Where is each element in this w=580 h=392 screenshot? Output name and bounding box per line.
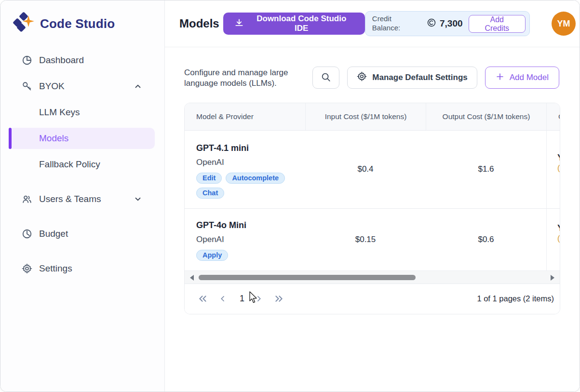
tag-pill[interactable]: Autocomplete (226, 173, 285, 184)
user-avatar[interactable]: YM (552, 12, 576, 36)
output-cost-cell: $0.6 (426, 209, 546, 270)
column-header-input-cost: Input Cost ($/1M tokens) (305, 103, 426, 130)
next-page-button[interactable] (252, 293, 265, 305)
search-button[interactable] (312, 67, 339, 89)
sidebar-item-settings[interactable]: Settings (9, 258, 155, 279)
current-page-number[interactable]: 1 (240, 294, 244, 304)
app-name: Code Studio (40, 16, 115, 31)
tag-pill[interactable]: Apply (196, 250, 228, 261)
sidebar-item-byok[interactable]: BYOK (9, 76, 155, 97)
models-table: Model & Provider Input Cost ($/1M tokens… (184, 103, 560, 314)
credit-balance-label: Credit Balance: (372, 14, 421, 33)
chevron-up-icon[interactable] (134, 82, 142, 91)
search-icon (321, 72, 331, 84)
active-indicator-bar (9, 128, 12, 149)
content-area: Configure and manage large language mode… (165, 47, 580, 314)
manage-default-settings-label: Manage Default Settings (372, 73, 467, 82)
add-model-label: Add Model (510, 73, 549, 82)
sidebar-item-label: LLM Keys (39, 107, 80, 118)
horizontal-scrollbar[interactable] (185, 270, 560, 284)
table-row[interactable]: GPT-4o Mini OpenAI Apply $0.15 $0.6 Y ( (185, 208, 560, 270)
sidebar-item-budget[interactable]: Budget (9, 223, 155, 244)
pagination-summary: 1 of 1 pages (2 items) (477, 294, 554, 303)
scroll-left-arrow-icon[interactable] (190, 275, 194, 281)
last-page-button[interactable] (272, 293, 285, 305)
credit-amount: 7,300 (427, 18, 463, 30)
previous-page-button[interactable] (216, 293, 229, 305)
models-toolbar: Configure and manage large language mode… (184, 67, 559, 89)
sidebar-item-dashboard[interactable]: Dashboard (9, 50, 155, 71)
key-icon (22, 81, 32, 92)
column-header-clipped: C (546, 103, 560, 130)
sidebar-nav: Dashboard BYOK LLM Keys Models Fallback … (0, 50, 164, 279)
clipped-cell: Y ( (546, 131, 560, 208)
app-window: Code Studio Dashboard BYOK LLM Keys (0, 0, 580, 392)
column-header-model-provider: Model & Provider (185, 103, 305, 130)
model-provider: OpenAI (196, 235, 224, 244)
sidebar-item-label: Users & Teams (39, 194, 101, 204)
clipped-cell: Y ( (546, 209, 560, 270)
input-cost-cell: $0.15 (305, 209, 426, 270)
column-header-output-cost: Output Cost ($/1M tokens) (426, 103, 546, 130)
capability-tags: Apply (196, 250, 228, 261)
sidebar-item-label: BYOK (39, 81, 65, 92)
top-bar: Models Download Code Studio IDE Credit B… (165, 0, 580, 47)
download-button-label: Download Code Studio IDE (249, 14, 354, 33)
table-footer: 1 1 of 1 pages (2 items) (185, 284, 560, 314)
page-description: Configure and manage large language mode… (184, 67, 312, 89)
users-icon (22, 194, 32, 205)
chevron-down-icon[interactable] (134, 195, 142, 203)
plus-icon (496, 72, 504, 83)
output-cost-cell: $1.6 (426, 131, 546, 208)
sidebar-item-label: Models (39, 133, 68, 144)
code-studio-logo-icon (12, 11, 35, 36)
sidebar-item-fallback-policy[interactable]: Fallback Policy (9, 154, 155, 175)
pie-chart-icon (22, 55, 32, 66)
page-title: Models (179, 17, 219, 30)
sidebar-item-label: Fallback Policy (39, 159, 100, 170)
input-cost-cell: $0.4 (305, 131, 426, 208)
sidebar-item-models[interactable]: Models (9, 128, 155, 149)
gear-icon (22, 263, 32, 274)
download-ide-button[interactable]: Download Code Studio IDE (223, 13, 365, 35)
sidebar-item-users-teams[interactable]: Users & Teams (9, 189, 155, 210)
sidebar-item-label: Settings (39, 263, 72, 274)
credit-coin-icon (427, 18, 436, 30)
manage-default-settings-button[interactable]: Manage Default Settings (347, 67, 477, 89)
pie-icon (22, 229, 32, 239)
sidebar: Code Studio Dashboard BYOK LLM Keys (0, 0, 165, 392)
add-credits-button[interactable]: Add Credits (469, 15, 526, 33)
app-logo: Code Studio (0, 11, 164, 36)
table-header-row: Model & Provider Input Cost ($/1M tokens… (185, 103, 560, 130)
scroll-right-arrow-icon[interactable] (551, 275, 554, 281)
download-icon (234, 18, 244, 30)
model-name: GPT-4.1 mini (196, 143, 249, 153)
gear-icon (357, 71, 367, 84)
table-row[interactable]: GPT-4.1 mini OpenAI Edit Autocomplete Ch… (185, 130, 560, 208)
sidebar-item-label: Budget (39, 229, 68, 239)
model-provider: OpenAI (196, 158, 224, 167)
first-page-button[interactable] (196, 293, 209, 305)
capability-tags: Edit Autocomplete Chat (196, 173, 293, 199)
model-name: GPT-4o Mini (196, 220, 246, 230)
sidebar-item-llm-keys[interactable]: LLM Keys (9, 102, 155, 123)
sidebar-item-label: Dashboard (39, 55, 84, 66)
scrollbar-thumb[interactable] (199, 275, 416, 280)
tag-pill[interactable]: Chat (196, 188, 224, 199)
add-model-button[interactable]: Add Model (485, 67, 559, 89)
tag-pill[interactable]: Edit (196, 173, 222, 184)
main-area: Models Download Code Studio IDE Credit B… (165, 0, 580, 392)
credit-balance-box: Credit Balance: 7,300 Add Credits (365, 11, 530, 36)
